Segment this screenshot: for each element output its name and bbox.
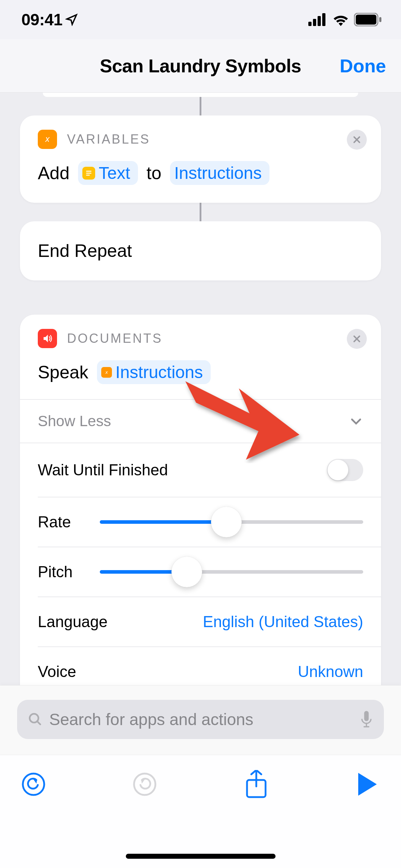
location-icon [65, 13, 78, 26]
status-time: 09:41 [21, 10, 78, 29]
chevron-down-icon [349, 414, 363, 428]
done-button[interactable]: Done [340, 55, 386, 77]
search-sheet: Search for apps and actions [0, 685, 401, 755]
share-button[interactable] [243, 771, 269, 797]
add-word: Add [38, 163, 70, 184]
wait-label: Wait Until Finished [38, 461, 168, 479]
svg-rect-1 [313, 19, 316, 26]
show-less-button[interactable]: Show Less [20, 400, 381, 443]
variable-icon: x [101, 367, 112, 378]
svg-rect-21 [364, 711, 369, 721]
toggle-thumb [328, 460, 348, 480]
svg-rect-3 [322, 13, 325, 26]
previous-card-peek [43, 93, 358, 97]
delete-action-button[interactable] [347, 329, 367, 349]
pitch-row: Pitch [20, 547, 381, 596]
rate-label: Rate [38, 513, 84, 531]
instructions-token[interactable]: Instructions [170, 161, 269, 185]
svg-rect-6 [379, 17, 381, 22]
svg-marker-28 [358, 773, 377, 796]
mic-icon[interactable] [360, 711, 373, 728]
bottom-toolbar [0, 755, 401, 868]
svg-rect-0 [308, 22, 312, 26]
action-line: Speak x Instructions [38, 360, 363, 384]
cellular-icon [308, 13, 328, 26]
text-icon [82, 167, 95, 180]
status-right [308, 13, 382, 26]
slider-thumb [211, 507, 242, 537]
variables-icon: x [38, 130, 57, 149]
card-category: VARIABLES [67, 132, 150, 147]
undo-button[interactable] [21, 771, 46, 797]
rate-row: Rate [20, 497, 381, 547]
redo-button[interactable] [132, 771, 158, 797]
pitch-label: Pitch [38, 563, 84, 581]
svg-rect-5 [356, 15, 376, 25]
instructions-token-label: Instructions [115, 362, 203, 382]
slider-fill [100, 520, 226, 524]
search-input[interactable]: Search for apps and actions [17, 700, 384, 739]
page-title: Scan Laundry Symbols [100, 55, 301, 77]
action-line: Add Text to Instructions [38, 161, 363, 185]
end-repeat-label: End Repeat [38, 241, 363, 261]
card-header: DOCUMENTS [38, 329, 363, 348]
wait-until-finished-toggle[interactable] [327, 459, 363, 481]
rate-slider[interactable] [100, 520, 363, 524]
instructions-variable-token[interactable]: x Instructions [97, 360, 211, 384]
search-placeholder: Search for apps and actions [49, 710, 353, 729]
svg-point-25 [134, 774, 155, 795]
svg-point-24 [23, 774, 44, 795]
to-word: to [146, 163, 161, 184]
speak-word: Speak [38, 362, 88, 383]
card-header: x VARIABLES [38, 130, 363, 149]
status-time-text: 09:41 [21, 10, 62, 29]
card-category: DOCUMENTS [67, 331, 163, 346]
status-bar: 09:41 [0, 0, 401, 39]
svg-text:x: x [105, 370, 108, 375]
svg-text:x: x [45, 134, 50, 144]
text-token-label: Text [99, 163, 130, 183]
text-token[interactable]: Text [78, 161, 138, 185]
show-less-label: Show Less [38, 413, 111, 430]
connector [200, 203, 201, 221]
battery-icon [354, 13, 382, 26]
variables-action-card[interactable]: x VARIABLES Add Text to Instructions [20, 115, 381, 203]
svg-line-20 [37, 721, 40, 724]
slider-thumb [171, 557, 202, 587]
connector [200, 97, 201, 115]
header: Scan Laundry Symbols Done [0, 39, 401, 93]
pitch-slider[interactable] [100, 570, 363, 574]
voice-label: Voice [38, 663, 76, 681]
language-label: Language [38, 613, 108, 631]
svg-rect-2 [318, 16, 321, 26]
wait-until-finished-row: Wait Until Finished [20, 443, 381, 497]
speak-action-card[interactable]: DOCUMENTS Speak x Instructions Show Less… [20, 315, 381, 701]
wifi-icon [332, 13, 350, 26]
voice-value: Unknown [298, 663, 363, 681]
search-icon [28, 712, 43, 727]
end-repeat-card[interactable]: End Repeat [20, 221, 381, 280]
home-indicator[interactable] [126, 854, 276, 859]
play-button[interactable] [355, 771, 380, 797]
instructions-token-label: Instructions [174, 163, 262, 183]
delete-action-button[interactable] [347, 130, 367, 150]
language-value: English (United States) [203, 613, 363, 631]
language-row[interactable]: Language English (United States) [20, 597, 381, 646]
speaker-icon [38, 329, 57, 348]
